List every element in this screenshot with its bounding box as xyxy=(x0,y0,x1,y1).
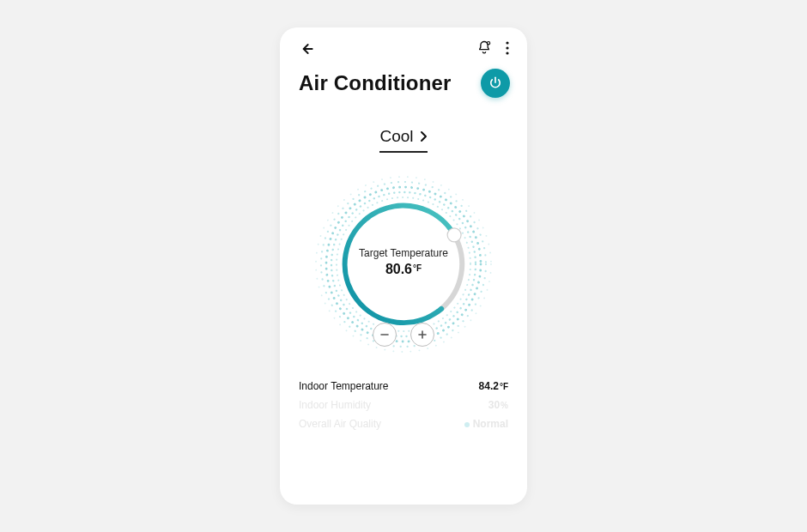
increase-temp-button[interactable] xyxy=(410,323,434,347)
stat-value: 84.2°F xyxy=(479,380,508,392)
svg-point-4 xyxy=(506,51,508,54)
mode-label: Cool xyxy=(379,127,413,146)
temp-adjust-row xyxy=(280,323,527,347)
bell-icon xyxy=(476,39,493,57)
page-title: Air Conditioner xyxy=(299,71,452,95)
dial-readout: Target Temperature 80.6°F xyxy=(280,247,527,277)
stat-value: Normal xyxy=(464,418,508,430)
notifications-button[interactable] xyxy=(476,39,493,57)
plus-icon xyxy=(417,329,428,340)
stats-list: Indoor Temperature 84.2°F Indoor Humidit… xyxy=(280,372,527,433)
device-screen: Air Conditioner Cool xyxy=(280,27,527,505)
target-temp-value: 80.6°F xyxy=(280,262,527,277)
stat-label: Indoor Temperature xyxy=(299,380,389,392)
svg-point-3 xyxy=(506,46,508,49)
stat-value: 30% xyxy=(488,399,508,411)
back-button[interactable] xyxy=(297,39,316,58)
stat-row-air-quality: Overall Air Quality Normal xyxy=(299,414,508,433)
target-temp-label: Target Temperature xyxy=(280,247,527,259)
svg-point-1 xyxy=(487,42,489,45)
power-icon xyxy=(488,76,503,91)
dial-handle xyxy=(447,228,461,242)
app-header xyxy=(280,27,527,67)
back-arrow-icon xyxy=(298,40,315,57)
svg-point-2 xyxy=(506,41,508,44)
status-dot-icon xyxy=(464,422,470,427)
title-row: Air Conditioner xyxy=(280,67,527,98)
temperature-dial[interactable]: Target Temperature 80.6°F xyxy=(280,153,527,372)
stat-row-indoor-temp: Indoor Temperature 84.2°F xyxy=(299,377,508,396)
minus-icon xyxy=(379,329,390,340)
mode-row: Cool xyxy=(280,127,527,153)
more-vertical-icon xyxy=(506,41,509,55)
stat-label: Indoor Humidity xyxy=(299,399,371,411)
mode-selector[interactable]: Cool xyxy=(379,127,427,153)
chevron-right-icon xyxy=(419,130,428,142)
decrease-temp-button[interactable] xyxy=(373,323,397,347)
stat-label: Overall Air Quality xyxy=(299,418,381,430)
more-menu-button[interactable] xyxy=(501,41,513,55)
power-button[interactable] xyxy=(481,69,510,98)
stat-row-indoor-humidity: Indoor Humidity 30% xyxy=(299,396,508,414)
